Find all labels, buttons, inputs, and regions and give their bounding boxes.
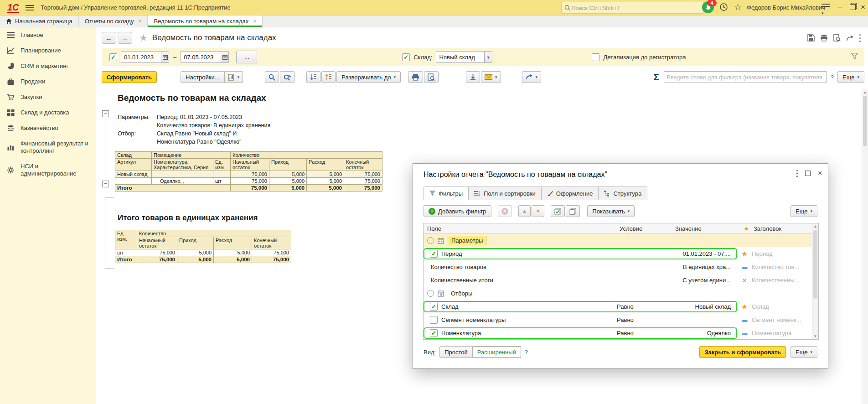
- dash-marker-icon[interactable]: [737, 330, 752, 337]
- tab-warehouse-reports[interactable]: Отчеты по складу ×: [79, 16, 148, 27]
- get-link-button[interactable]: ▾: [522, 71, 542, 83]
- collapse-report-icon[interactable]: −: [102, 110, 109, 117]
- link-icon[interactable]: [846, 35, 854, 41]
- period-options-button[interactable]: ...: [236, 51, 257, 63]
- sidebar-item-crm[interactable]: CRM и маркетинг: [0, 58, 96, 74]
- generate-button[interactable]: Сформировать: [102, 71, 157, 83]
- sidebar-item-nsi-admin[interactable]: НСИ и администрирование: [0, 159, 96, 181]
- sidebar-item-warehouse[interactable]: Склад и доставка: [0, 105, 96, 120]
- print-button[interactable]: [408, 71, 423, 83]
- collapse-icon[interactable]: −: [427, 237, 434, 244]
- dialog-more-kebab-icon[interactable]: [796, 169, 798, 177]
- back-button[interactable]: ←: [102, 32, 116, 44]
- main-menu-icon[interactable]: [26, 5, 34, 10]
- forward-button[interactable]: →: [118, 32, 132, 44]
- window-restore-button[interactable]: [850, 4, 856, 10]
- table-row[interactable]: шт 75,000 5,000 5,000 75,000: [115, 249, 291, 256]
- tab-goods-statement[interactable]: Ведомость по товарам на складах ×: [148, 16, 263, 27]
- help-link[interactable]: ?: [831, 74, 834, 81]
- star-marker-icon[interactable]: ★: [737, 250, 752, 258]
- sidebar-item-sales[interactable]: Продажи: [0, 74, 96, 89]
- move-down-button[interactable]: ▼: [532, 205, 544, 217]
- check-all-button[interactable]: [551, 205, 565, 217]
- more-kebab-icon[interactable]: [859, 33, 861, 43]
- report-variants-button[interactable]: ▾: [225, 71, 243, 83]
- calendar-icon[interactable]: [161, 52, 169, 62]
- global-search[interactable]: [561, 2, 703, 14]
- save-file-button[interactable]: [466, 71, 480, 83]
- favorites-star-icon[interactable]: ☆: [734, 2, 742, 12]
- view-extended-button[interactable]: Расширенный: [473, 346, 521, 358]
- print-icon[interactable]: [820, 34, 828, 41]
- tab-home[interactable]: Начальная страница: [0, 16, 79, 27]
- sidebar-item-finresult[interactable]: Финансовый результат и контроллинг: [0, 136, 96, 159]
- sidebar-item-main[interactable]: Главное: [0, 27, 96, 43]
- scroll-up-icon[interactable]: ▲: [862, 89, 868, 95]
- star-marker-icon[interactable]: ★: [737, 303, 752, 311]
- dialog-maximize-button[interactable]: [805, 171, 811, 176]
- dialog-footer-more-button[interactable]: Еще▾: [790, 346, 817, 358]
- search-next-button[interactable]: [280, 71, 294, 83]
- expand-groups-button[interactable]: [321, 71, 336, 83]
- move-up-button[interactable]: ▲: [518, 205, 531, 217]
- favorite-star-icon[interactable]: ★: [139, 32, 148, 43]
- window-close-button[interactable]: ×: [861, 3, 865, 12]
- row-checkbox[interactable]: [430, 329, 438, 337]
- dropdown-arrow-icon[interactable]: ▾: [484, 52, 492, 62]
- grid-scrollbar[interactable]: ▲ ▼: [812, 223, 818, 339]
- filter-funnel-icon[interactable]: [851, 53, 858, 59]
- history-icon[interactable]: [719, 3, 728, 11]
- remove-filter-button[interactable]: ×: [498, 205, 512, 217]
- filter-row-warehouse[interactable]: Склад Равно Новый склад ★ Склад: [424, 300, 818, 313]
- sidebar-item-purchases[interactable]: Закупки: [0, 89, 96, 105]
- calendar-icon[interactable]: [221, 52, 228, 62]
- x-marker-icon[interactable]: ×: [737, 277, 752, 284]
- collapse-groups-button[interactable]: [306, 71, 320, 83]
- send-mail-button[interactable]: ▾: [481, 71, 501, 83]
- filter-row-period[interactable]: Период 01.01.2023 - 07.... ★ Период: [424, 247, 818, 260]
- tab-close-icon[interactable]: ×: [253, 18, 256, 25]
- dialog-close-button[interactable]: ×: [818, 170, 822, 176]
- sidebar-item-planning[interactable]: Планирование: [0, 43, 96, 58]
- date-to-input[interactable]: [181, 54, 221, 61]
- filter-row-goods-quantity[interactable]: Количество товаров В единицах хра... Кол…: [424, 260, 818, 274]
- table-row[interactable]: Новый склад 75,000 5,000 5,000 75,000: [115, 171, 382, 178]
- add-filter-button[interactable]: + Добавить фильтр: [424, 205, 491, 217]
- dash-marker-icon[interactable]: [737, 264, 752, 270]
- detail-checkbox[interactable]: [592, 53, 599, 61]
- notifications-bell-icon[interactable]: 4: [702, 1, 714, 13]
- tab-close-icon[interactable]: ×: [138, 18, 141, 25]
- more-button[interactable]: Еще▾: [837, 71, 864, 83]
- view-simple-button[interactable]: Простой: [439, 346, 473, 358]
- collapse-group-icon[interactable]: −: [102, 181, 109, 187]
- filter-row-quantity-totals[interactable]: Количественные итоги С учетом едини... ×…: [424, 274, 818, 287]
- autosum-indicator[interactable]: Σ: [653, 72, 659, 83]
- expand-to-button[interactable]: Разворачивать до▾: [336, 71, 401, 83]
- date-from-input[interactable]: [121, 54, 161, 61]
- dialog-more-button[interactable]: Еще▾: [790, 205, 817, 217]
- scroll-down-icon[interactable]: ▼: [812, 333, 818, 339]
- tab-structure[interactable]: Структура: [599, 186, 647, 200]
- show-button[interactable]: Показывать▾: [587, 205, 635, 217]
- group-row-parameters[interactable]: − Параметры: [424, 234, 818, 247]
- quick-filter-input[interactable]: [664, 74, 827, 81]
- save-icon[interactable]: [807, 34, 815, 41]
- scrollbar-thumb[interactable]: [813, 230, 817, 299]
- report-scrollbar[interactable]: ▲: [862, 89, 868, 404]
- dialog-help-link[interactable]: ?: [525, 349, 528, 356]
- tab-fields-sorting[interactable]: Поля и сортировки: [469, 186, 542, 200]
- global-search-input[interactable]: [570, 4, 700, 12]
- settings-button[interactable]: Настройки...: [181, 71, 225, 83]
- window-minimize-button[interactable]: –: [838, 3, 842, 11]
- tab-filters[interactable]: Фильтры: [424, 186, 469, 200]
- tab-appearance[interactable]: Оформление: [542, 186, 599, 200]
- print-preview-button[interactable]: [424, 71, 439, 83]
- group-row-selections[interactable]: − Отборы: [424, 287, 818, 300]
- current-user[interactable]: Федоров Борис Михайлович: [747, 4, 825, 11]
- row-checkbox[interactable]: [430, 250, 438, 258]
- collapse-icon[interactable]: −: [427, 290, 434, 297]
- close-and-generate-button[interactable]: Закрыть и сформировать: [699, 346, 786, 358]
- filter-row-segment[interactable]: Сегмент номенклатуры Равно Сегмент номен…: [424, 313, 818, 326]
- row-checkbox[interactable]: [430, 316, 438, 324]
- search-in-report-button[interactable]: [265, 71, 279, 83]
